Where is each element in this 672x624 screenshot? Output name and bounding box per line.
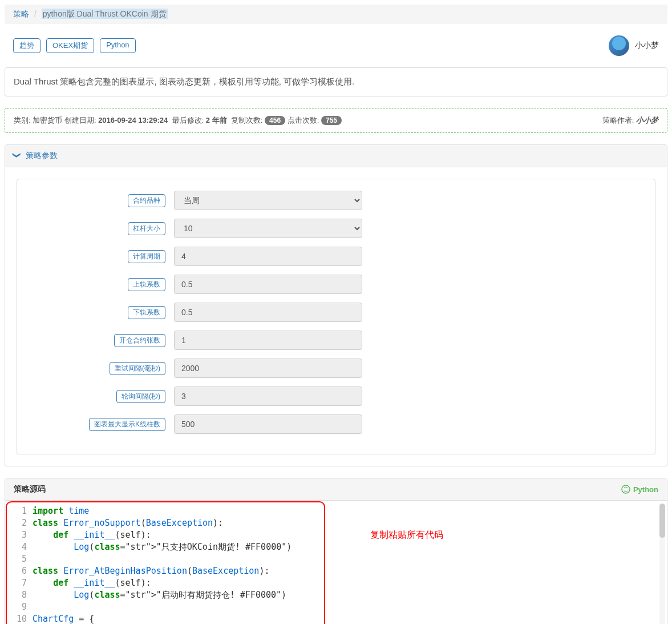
overlay-note: 复制粘贴所有代码 bbox=[370, 529, 443, 541]
meta-modified-value: 2 年前 bbox=[206, 116, 227, 124]
source-panel: 策略源码 Python 1234567891011 import timecla… bbox=[5, 478, 667, 624]
param-row: 轮询间隔(秒) bbox=[26, 387, 646, 406]
params-heading-text: 策略参数 bbox=[26, 151, 58, 160]
breadcrumb-separator: / bbox=[31, 9, 39, 18]
meta-modified-label: 最后修改: bbox=[172, 116, 204, 124]
source-heading-text: 策略源码 bbox=[14, 484, 46, 494]
description-box: Dual Thrust 策略包含完整的图表显示, 图表动态更新，模板引用等功能,… bbox=[5, 67, 667, 96]
param-row: 下轨系数 bbox=[26, 303, 646, 322]
code-box[interactable]: 1234567891011 import timeclass Error_noS… bbox=[6, 501, 325, 624]
code-container: 1234567891011 import timeclass Error_noS… bbox=[5, 501, 667, 624]
avatar bbox=[609, 35, 629, 56]
param-row: 计算周期 bbox=[26, 247, 646, 266]
param-label: 轮询间隔(秒) bbox=[116, 390, 165, 403]
param-row: 重试间隔(毫秒) bbox=[26, 359, 646, 378]
meta-click-badge: 755 bbox=[321, 116, 342, 125]
param-input[interactable] bbox=[174, 414, 362, 434]
param-label: 图表最大显示K线柱数 bbox=[89, 418, 165, 431]
param-row: 上轨系数 bbox=[26, 275, 646, 294]
meta-copy-badge: 456 bbox=[265, 116, 285, 125]
code-gutter: 1234567891011 bbox=[7, 505, 33, 624]
meta-created-label: 创建日期: bbox=[64, 116, 96, 124]
svg-point-0 bbox=[622, 485, 630, 493]
param-row: 合约品种当周 bbox=[26, 191, 646, 210]
tag-trend[interactable]: 趋势 bbox=[13, 38, 41, 53]
author-name: 小小梦 bbox=[635, 41, 659, 51]
param-label: 计算周期 bbox=[128, 250, 165, 263]
params-panel: ❯ 策略参数 合约品种当周杠杆大小10计算周期上轨系数下轨系数开仓合约张数重试间… bbox=[5, 144, 667, 466]
param-row: 开仓合约张数 bbox=[26, 331, 646, 350]
param-input[interactable] bbox=[174, 331, 362, 350]
param-input[interactable] bbox=[174, 275, 362, 294]
meta-category-label: 类别: bbox=[14, 116, 31, 124]
tag-python[interactable]: Python bbox=[100, 38, 135, 53]
param-input[interactable]: 当周 bbox=[174, 191, 362, 210]
meta-author-label: 策略作者: bbox=[602, 116, 634, 124]
param-input[interactable] bbox=[174, 359, 362, 378]
python-badge: Python bbox=[621, 485, 658, 494]
params-form: 合约品种当周杠杆大小10计算周期上轨系数下轨系数开仓合约张数重试间隔(毫秒)轮询… bbox=[17, 179, 655, 454]
param-input[interactable] bbox=[174, 387, 362, 406]
breadcrumb: 策略 / python版 Dual Thrust OKCoin 期货 bbox=[5, 5, 667, 24]
meta-copy-label: 复制次数: bbox=[231, 116, 263, 124]
meta-box: 类别: 加密货币 创建日期: 2016-09-24 13:29:24 最后修改:… bbox=[5, 108, 667, 133]
tags-container: 趋势 OKEX期货 Python bbox=[13, 38, 136, 53]
param-input[interactable] bbox=[174, 303, 362, 322]
code-lines[interactable]: import timeclass Error_noSupport(BaseExc… bbox=[33, 505, 324, 624]
python-icon bbox=[621, 485, 630, 494]
param-label: 重试间隔(毫秒) bbox=[110, 362, 165, 375]
param-label: 合约品种 bbox=[128, 194, 165, 207]
meta-category-value: 加密货币 bbox=[33, 116, 62, 124]
chevron-down-icon: ❯ bbox=[13, 152, 22, 159]
param-row: 杠杆大小10 bbox=[26, 219, 646, 238]
param-input[interactable] bbox=[174, 247, 362, 266]
author-block[interactable]: 小小梦 bbox=[609, 35, 659, 56]
param-input[interactable]: 10 bbox=[174, 219, 362, 238]
param-label: 下轨系数 bbox=[128, 306, 165, 319]
meta-created-value: 2016-09-24 13:29:24 bbox=[98, 116, 168, 124]
param-label: 开仓合约张数 bbox=[114, 334, 165, 347]
params-heading[interactable]: ❯ 策略参数 bbox=[5, 145, 667, 167]
param-label: 杠杆大小 bbox=[128, 222, 165, 235]
param-row: 图表最大显示K线柱数 bbox=[26, 414, 646, 434]
param-label: 上轨系数 bbox=[128, 278, 165, 291]
tag-okex[interactable]: OKEX期货 bbox=[46, 38, 94, 53]
scrollbar-thumb[interactable] bbox=[659, 504, 665, 538]
meta-author-value: 小小梦 bbox=[636, 116, 658, 124]
breadcrumb-current: python版 Dual Thrust OKCoin 期货 bbox=[42, 9, 168, 19]
breadcrumb-root[interactable]: 策略 bbox=[13, 9, 29, 18]
meta-click-label: 点击次数: bbox=[288, 116, 319, 124]
